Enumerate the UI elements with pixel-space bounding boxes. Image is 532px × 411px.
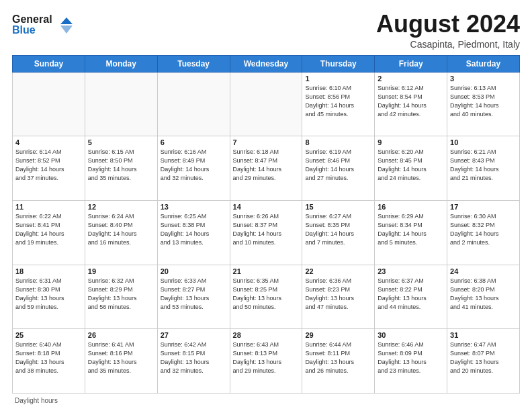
day-info: Sunrise: 6:42 AMSunset: 8:15 PMDaylight:… (161, 340, 227, 375)
day-info: Sunrise: 6:18 AMSunset: 8:47 PMDaylight:… (233, 148, 300, 183)
calendar-cell (13, 72, 85, 136)
calendar-header-sunday: Sunday (13, 55, 85, 72)
svg-marker-3 (60, 26, 73, 34)
day-info: Sunrise: 6:35 AMSunset: 8:25 PMDaylight:… (233, 277, 300, 312)
day-info: Sunrise: 6:40 AMSunset: 8:18 PMDaylight:… (15, 340, 82, 375)
title-block: August 2024 Casapinta, Piedmont, Italy (376, 11, 520, 50)
calendar-header-tuesday: Tuesday (157, 55, 230, 72)
day-number: 15 (305, 203, 371, 211)
day-number: 1 (305, 75, 371, 83)
day-info: Sunrise: 6:25 AMSunset: 8:38 PMDaylight:… (161, 212, 227, 247)
calendar-cell: 30Sunrise: 6:46 AMSunset: 8:09 PMDayligh… (375, 329, 447, 394)
location-subtitle: Casapinta, Piedmont, Italy (376, 39, 520, 50)
day-info: Sunrise: 6:37 AMSunset: 8:22 PMDaylight:… (378, 277, 444, 312)
day-info: Sunrise: 6:27 AMSunset: 8:35 PMDaylight:… (305, 212, 371, 247)
calendar-header-monday: Monday (85, 55, 157, 72)
calendar-cell: 31Sunrise: 6:47 AMSunset: 8:07 PMDayligh… (447, 329, 520, 394)
calendar-cell: 1Sunrise: 6:10 AMSunset: 8:56 PMDaylight… (302, 72, 375, 136)
day-info: Sunrise: 6:46 AMSunset: 8:09 PMDaylight:… (378, 340, 444, 375)
calendar-week-5: 25Sunrise: 6:40 AMSunset: 8:18 PMDayligh… (13, 329, 520, 394)
day-number: 11 (15, 203, 82, 211)
calendar-header-wednesday: Wednesday (230, 55, 302, 72)
day-number: 7 (233, 138, 300, 146)
day-number: 16 (378, 203, 444, 211)
calendar-cell: 18Sunrise: 6:31 AMSunset: 8:30 PMDayligh… (13, 265, 85, 329)
calendar-cell: 24Sunrise: 6:38 AMSunset: 8:20 PMDayligh… (447, 265, 520, 329)
day-info: Sunrise: 6:31 AMSunset: 8:30 PMDaylight:… (15, 277, 82, 312)
calendar-cell: 14Sunrise: 6:26 AMSunset: 8:37 PMDayligh… (230, 200, 302, 265)
calendar-cell: 6Sunrise: 6:16 AMSunset: 8:49 PMDaylight… (157, 136, 230, 201)
day-info: Sunrise: 6:12 AMSunset: 8:54 PMDaylight:… (378, 84, 444, 119)
calendar-cell: 7Sunrise: 6:18 AMSunset: 8:47 PMDaylight… (230, 136, 302, 201)
day-info: Sunrise: 6:32 AMSunset: 8:29 PMDaylight:… (88, 277, 154, 312)
calendar-cell: 15Sunrise: 6:27 AMSunset: 8:35 PMDayligh… (302, 200, 375, 265)
calendar-week-2: 4Sunrise: 6:14 AMSunset: 8:52 PMDaylight… (13, 136, 520, 201)
calendar-cell: 27Sunrise: 6:42 AMSunset: 8:15 PMDayligh… (157, 329, 230, 394)
day-number: 17 (450, 203, 517, 211)
day-number: 25 (15, 331, 82, 339)
calendar-cell (230, 72, 302, 136)
calendar-cell: 11Sunrise: 6:22 AMSunset: 8:41 PMDayligh… (13, 200, 85, 265)
day-number: 2 (378, 75, 444, 83)
day-number: 3 (450, 75, 517, 83)
calendar-cell: 20Sunrise: 6:33 AMSunset: 8:27 PMDayligh… (157, 265, 230, 329)
calendar-cell: 22Sunrise: 6:36 AMSunset: 8:23 PMDayligh… (302, 265, 375, 329)
calendar-cell (85, 72, 157, 136)
calendar-cell: 5Sunrise: 6:15 AMSunset: 8:50 PMDaylight… (85, 136, 157, 201)
day-info: Sunrise: 6:22 AMSunset: 8:41 PMDaylight:… (15, 212, 82, 247)
day-info: Sunrise: 6:30 AMSunset: 8:32 PMDaylight:… (450, 212, 517, 247)
calendar-cell: 3Sunrise: 6:13 AMSunset: 8:53 PMDaylight… (447, 72, 520, 136)
day-number: 18 (15, 267, 82, 275)
day-info: Sunrise: 6:47 AMSunset: 8:07 PMDaylight:… (450, 340, 517, 375)
month-year-title: August 2024 (376, 11, 520, 38)
calendar-cell: 10Sunrise: 6:21 AMSunset: 8:43 PMDayligh… (447, 136, 520, 201)
day-info: Sunrise: 6:21 AMSunset: 8:43 PMDaylight:… (450, 148, 517, 183)
day-info: Sunrise: 6:15 AMSunset: 8:50 PMDaylight:… (88, 148, 154, 183)
calendar-cell: 23Sunrise: 6:37 AMSunset: 8:22 PMDayligh… (375, 265, 447, 329)
day-number: 21 (233, 267, 300, 275)
calendar-week-3: 11Sunrise: 6:22 AMSunset: 8:41 PMDayligh… (13, 200, 520, 265)
day-info: Sunrise: 6:10 AMSunset: 8:56 PMDaylight:… (305, 84, 371, 119)
calendar-cell: 2Sunrise: 6:12 AMSunset: 8:54 PMDaylight… (375, 72, 447, 136)
svg-marker-2 (60, 17, 73, 24)
day-number: 26 (88, 331, 154, 339)
day-number: 23 (378, 267, 444, 275)
day-info: Sunrise: 6:19 AMSunset: 8:46 PMDaylight:… (305, 148, 371, 183)
footer: Daylight hours (12, 397, 520, 404)
day-info: Sunrise: 6:43 AMSunset: 8:13 PMDaylight:… (233, 340, 300, 375)
day-number: 30 (378, 331, 444, 339)
day-number: 24 (450, 267, 517, 275)
day-number: 20 (161, 267, 227, 275)
day-info: Sunrise: 6:38 AMSunset: 8:20 PMDaylight:… (450, 277, 517, 312)
day-number: 6 (161, 138, 227, 146)
calendar-week-1: 1Sunrise: 6:10 AMSunset: 8:56 PMDaylight… (13, 72, 520, 136)
day-number: 31 (450, 331, 517, 339)
day-number: 10 (450, 138, 517, 146)
day-info: Sunrise: 6:44 AMSunset: 8:11 PMDaylight:… (305, 340, 371, 375)
svg-text:General: General (12, 13, 52, 25)
calendar-table: SundayMondayTuesdayWednesdayThursdayFrid… (12, 55, 520, 394)
day-number: 9 (378, 138, 444, 146)
day-number: 13 (161, 203, 227, 211)
daylight-label: Daylight hours (15, 397, 58, 404)
calendar-cell: 21Sunrise: 6:35 AMSunset: 8:25 PMDayligh… (230, 265, 302, 329)
calendar-cell: 4Sunrise: 6:14 AMSunset: 8:52 PMDaylight… (13, 136, 85, 201)
day-number: 19 (88, 267, 154, 275)
page: General Blue August 2024 Casapinta, Pied… (0, 0, 532, 411)
day-info: Sunrise: 6:20 AMSunset: 8:45 PMDaylight:… (378, 148, 444, 183)
day-info: Sunrise: 6:14 AMSunset: 8:52 PMDaylight:… (15, 148, 82, 183)
day-number: 22 (305, 267, 371, 275)
day-number: 27 (161, 331, 227, 339)
calendar-cell: 28Sunrise: 6:43 AMSunset: 8:13 PMDayligh… (230, 329, 302, 394)
day-info: Sunrise: 6:33 AMSunset: 8:27 PMDaylight:… (161, 277, 227, 312)
day-number: 28 (233, 331, 300, 339)
day-number: 5 (88, 138, 154, 146)
day-info: Sunrise: 6:29 AMSunset: 8:34 PMDaylight:… (378, 212, 444, 247)
calendar-cell: 13Sunrise: 6:25 AMSunset: 8:38 PMDayligh… (157, 200, 230, 265)
calendar-cell: 19Sunrise: 6:32 AMSunset: 8:29 PMDayligh… (85, 265, 157, 329)
day-info: Sunrise: 6:26 AMSunset: 8:37 PMDaylight:… (233, 212, 300, 247)
calendar-cell: 12Sunrise: 6:24 AMSunset: 8:40 PMDayligh… (85, 200, 157, 265)
logo-text: General Blue (12, 11, 73, 39)
calendar-cell: 8Sunrise: 6:19 AMSunset: 8:46 PMDaylight… (302, 136, 375, 201)
day-number: 4 (15, 138, 82, 146)
